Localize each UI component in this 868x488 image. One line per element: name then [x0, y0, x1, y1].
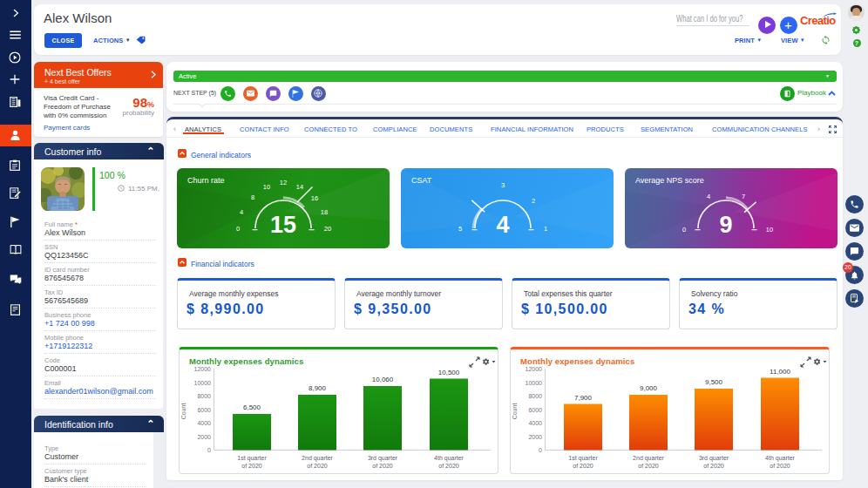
svg-text:1: 1 — [544, 225, 547, 233]
svg-text:9: 9 — [719, 212, 732, 238]
svg-text:8: 8 — [251, 193, 254, 201]
svg-text:7,900: 7,900 — [574, 394, 593, 402]
svg-text:10000: 10000 — [526, 380, 543, 386]
svg-text:3rd quarter: 3rd quarter — [368, 455, 398, 462]
svg-text:6000: 6000 — [528, 407, 542, 413]
svg-text:of 2020: of 2020 — [241, 463, 261, 469]
svg-text:12: 12 — [280, 179, 287, 186]
svg-text:10: 10 — [766, 226, 773, 234]
svg-text:of 2020: of 2020 — [573, 463, 593, 469]
svg-text:3: 3 — [501, 181, 505, 189]
svg-text:2000: 2000 — [197, 434, 211, 440]
svg-text:9,000: 9,000 — [640, 384, 658, 392]
svg-text:4: 4 — [496, 212, 509, 238]
svg-text:of 2020: of 2020 — [372, 463, 392, 469]
svg-text:12000: 12000 — [194, 366, 212, 372]
svg-text:10000: 10000 — [194, 380, 212, 386]
svg-text:4th quarter: 4th quarter — [434, 455, 465, 462]
svg-text:0: 0 — [207, 447, 211, 453]
svg-text:7: 7 — [742, 193, 745, 200]
svg-text:0: 0 — [236, 225, 240, 233]
svg-text:of 2020: of 2020 — [770, 463, 790, 469]
svg-text:2nd quarter: 2nd quarter — [633, 455, 664, 462]
svg-text:5: 5 — [458, 225, 462, 233]
svg-text:of 2020: of 2020 — [703, 463, 723, 469]
svg-text:18: 18 — [321, 208, 328, 216]
svg-text:of 2020: of 2020 — [438, 463, 458, 469]
svg-text:4th quarter: 4th quarter — [765, 455, 796, 462]
svg-text:1st quarter: 1st quarter — [568, 455, 598, 462]
svg-text:2000: 2000 — [528, 434, 542, 440]
svg-text:of 2020: of 2020 — [638, 463, 658, 469]
svg-text:1st quarter: 1st quarter — [237, 455, 267, 462]
svg-text:10: 10 — [263, 183, 270, 191]
svg-text:4000: 4000 — [197, 420, 211, 426]
svg-text:0: 0 — [682, 226, 686, 234]
svg-text:15: 15 — [270, 212, 296, 238]
svg-text:4: 4 — [707, 193, 710, 200]
svg-text:20: 20 — [324, 225, 331, 233]
svg-text:4000: 4000 — [528, 420, 542, 426]
svg-text:2nd quarter: 2nd quarter — [302, 455, 333, 462]
svg-text:Count: Count — [512, 403, 518, 420]
svg-text:8,900: 8,900 — [309, 384, 327, 392]
svg-text:of 2020: of 2020 — [307, 463, 327, 469]
svg-text:8000: 8000 — [197, 393, 211, 399]
svg-text:2: 2 — [532, 197, 535, 205]
svg-text:11,000: 11,000 — [770, 368, 790, 376]
svg-text:10,060: 10,060 — [372, 376, 394, 383]
svg-text:12000: 12000 — [526, 366, 543, 372]
svg-text:3rd quarter: 3rd quarter — [699, 455, 729, 462]
svg-text:6,500: 6,500 — [243, 403, 261, 411]
svg-text:8000: 8000 — [528, 393, 542, 399]
svg-text:6000: 6000 — [197, 407, 211, 413]
svg-text:Count: Count — [180, 403, 186, 420]
svg-text:4: 4 — [240, 208, 243, 216]
svg-text:0: 0 — [539, 447, 542, 453]
svg-text:9,500: 9,500 — [705, 378, 723, 386]
svg-text:14: 14 — [296, 183, 303, 191]
svg-text:10,500: 10,500 — [438, 369, 460, 376]
svg-text:16: 16 — [311, 194, 318, 202]
